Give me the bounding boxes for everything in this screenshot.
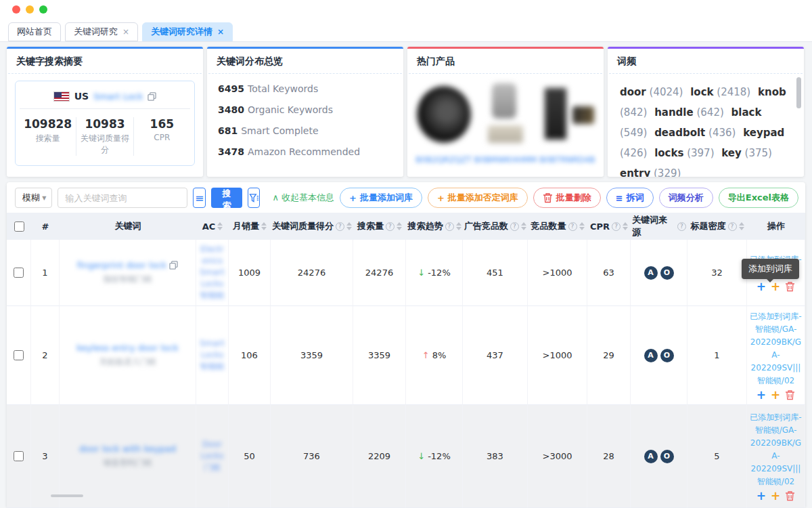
quality-score-header[interactable]: 关键词质量得分?: [271, 213, 353, 240]
search-volume-header[interactable]: 搜索量?: [353, 213, 406, 240]
add-to-negative-icon[interactable]: +: [771, 281, 780, 292]
help-icon[interactable]: ?: [568, 222, 577, 231]
keyword-subtext-blurred: 键盘密码门锁: [104, 457, 152, 469]
search-trend-header[interactable]: 搜索趋势?: [406, 213, 463, 240]
ac-category-blurred[interactable]: Smart Locks 智能锁: [198, 338, 226, 373]
copy-icon[interactable]: [148, 92, 156, 101]
add-to-negative-icon[interactable]: +: [771, 389, 780, 400]
horizontal-scrollbar-thumb[interactable]: [51, 494, 83, 497]
bulk-add-negative-button[interactable]: +批量添加否定词库: [428, 188, 528, 208]
quality-score-value: 24276: [271, 240, 353, 306]
help-icon[interactable]: ?: [677, 222, 686, 231]
ad-competitors-header[interactable]: 广告竞品数?: [463, 213, 528, 240]
product-asin-link-blurred[interactable]: B0BMWKHHMM: [474, 155, 537, 165]
product-item: B0BMWKHHMM: [476, 83, 535, 165]
minimize-window-button[interactable]: [26, 5, 34, 14]
column-settings-button[interactable]: ≡: [193, 188, 206, 208]
help-icon[interactable]: ?: [386, 222, 394, 231]
cpr-header[interactable]: CPR?: [587, 213, 631, 240]
row-checkbox[interactable]: [14, 268, 24, 278]
added-to-lexicon-link[interactable]: 已添加到词库-智能锁/GA-202209BK/GA-202209SV|||智能锁…: [749, 310, 803, 387]
help-icon[interactable]: ?: [728, 222, 737, 231]
monthly-sales-header[interactable]: 月销量: [229, 213, 271, 240]
maximize-window-button[interactable]: [39, 5, 47, 14]
tab-keyword-research-detail[interactable]: 关键词研究详情 ×: [142, 22, 233, 41]
dist-total-keywords: 6495Total Keywords: [218, 83, 392, 94]
product-image-blurred[interactable]: [539, 83, 595, 151]
competitors-header[interactable]: 竞品数量?: [528, 213, 587, 240]
copy-icon[interactable]: [169, 261, 178, 270]
word-frequency-card: 词频 door (4024) lock (2418) knob (842) ha…: [608, 47, 804, 177]
title-density-value: 5: [687, 405, 747, 508]
keyword-search-summary-card: 关键字搜索摘要 US Smart Lock 109828 搜索量 10983: [7, 47, 203, 177]
sort-icon[interactable]: [346, 222, 352, 230]
keyword-search-input[interactable]: [58, 188, 187, 208]
match-mode-value: 模糊: [22, 192, 40, 204]
bulk-add-lexicon-button[interactable]: +批量添加词库: [340, 188, 422, 208]
ac-category-blurred[interactable]: Door Locks 门锁: [198, 439, 226, 473]
select-all-header: [7, 213, 31, 240]
sort-icon[interactable]: [521, 222, 526, 230]
close-tab-icon[interactable]: ×: [217, 27, 224, 37]
keyword-link-blurred[interactable]: fingerprint door lock: [77, 260, 179, 270]
export-excel-button[interactable]: 导出Excel表格: [719, 188, 798, 208]
close-window-button[interactable]: [12, 5, 20, 14]
search-button[interactable]: 搜索: [211, 188, 242, 208]
sort-icon[interactable]: [579, 222, 585, 230]
sort-icon[interactable]: [456, 222, 461, 230]
add-to-lexicon-icon[interactable]: +: [757, 281, 766, 292]
tab-keyword-research[interactable]: 关键词研究 ×: [65, 22, 138, 41]
quality-score-value: 736: [271, 405, 353, 508]
close-tab-icon[interactable]: ×: [122, 27, 129, 37]
split-word-button[interactable]: ≡拆词: [606, 188, 654, 208]
delete-row-icon[interactable]: [785, 389, 795, 400]
sort-icon[interactable]: [623, 222, 628, 230]
product-image-blurred[interactable]: [415, 83, 472, 151]
title-density-header[interactable]: 标题密度?: [687, 213, 747, 240]
sort-icon[interactable]: [217, 222, 223, 230]
monthly-sales-value: 50: [229, 405, 271, 508]
help-icon[interactable]: ?: [336, 222, 344, 231]
row-checkbox[interactable]: [14, 350, 24, 360]
product-image-blurred[interactable]: [477, 83, 534, 151]
add-to-negative-icon[interactable]: +: [771, 490, 780, 501]
keyword-link-blurred[interactable]: door lock with keypad: [79, 444, 176, 454]
sort-icon[interactable]: [739, 222, 744, 230]
word-frequency-list: door (4024) lock (2418) knob (842) handl…: [608, 74, 804, 177]
help-icon[interactable]: ?: [510, 222, 519, 231]
keyword-link-blurred[interactable]: keyless entry door lock: [76, 343, 178, 353]
add-to-lexicon-icon[interactable]: +: [757, 490, 766, 501]
ac-header[interactable]: AC: [196, 213, 229, 240]
word-frequency-analysis-button[interactable]: 词频分析: [659, 188, 713, 208]
keyword-subtext-blurred: 无钥匙进入门锁: [99, 356, 156, 368]
filter-button[interactable]: [248, 188, 261, 208]
card-title: 词频: [608, 49, 804, 73]
keyword-cell: keyless entry door lock 无钥匙进入门锁: [60, 306, 196, 405]
ac-category-blurred[interactable]: Electronics Smart Locks 智能锁: [198, 244, 226, 301]
added-to-lexicon-link[interactable]: 已添加到词库-智能锁/GA-202209BK/GA-202209SV|||智能锁…: [749, 411, 803, 488]
stat-cpr: 165 CPR: [134, 117, 190, 156]
product-asin-link-blurred[interactable]: B0BTRNRD4B: [539, 155, 595, 165]
help-icon[interactable]: ?: [445, 222, 454, 231]
card-title: 热门产品: [407, 49, 604, 73]
plus-icon: +: [437, 193, 445, 203]
select-all-checkbox[interactable]: [14, 221, 24, 232]
tab-home[interactable]: 网站首页: [8, 22, 61, 41]
product-asin-link-blurred[interactable]: B0B2QRZQZT: [415, 155, 472, 165]
organic-source-badge: O: [660, 349, 674, 362]
card-title: 关键词分布总览: [207, 49, 403, 73]
amazon-source-badge: A: [644, 450, 658, 463]
help-icon[interactable]: ?: [612, 222, 621, 231]
delete-row-icon[interactable]: [785, 490, 795, 501]
match-mode-select[interactable]: 模糊 ▼: [15, 188, 52, 208]
add-to-lexicon-icon[interactable]: +: [757, 389, 766, 400]
sort-icon[interactable]: [397, 222, 402, 230]
collapse-basic-info-link[interactable]: ∧ 收起基本信息: [272, 192, 334, 204]
vertical-scrollbar-thumb[interactable]: [796, 77, 801, 108]
card-title: 关键字搜索摘要: [7, 49, 203, 73]
trend-down-icon: ↓: [418, 451, 425, 461]
delete-row-icon[interactable]: [785, 281, 795, 292]
row-checkbox[interactable]: [14, 451, 24, 461]
sort-icon[interactable]: [261, 222, 267, 230]
bulk-delete-button[interactable]: 批量删除: [533, 188, 601, 208]
